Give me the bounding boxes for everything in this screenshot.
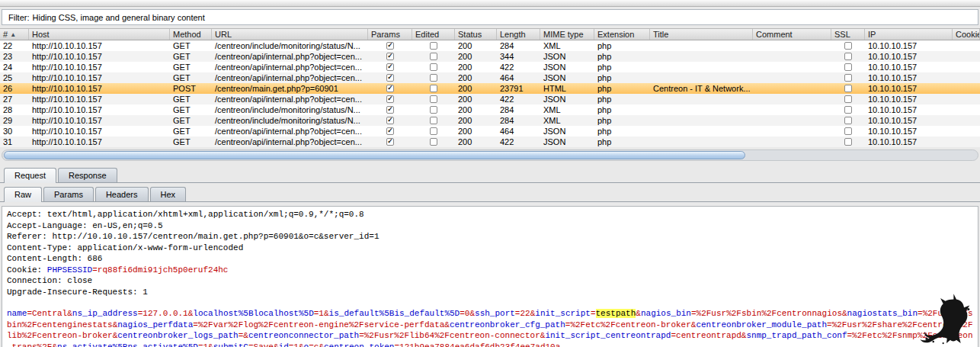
request-panel: RawParamsHeadersHex Accept: text/html,ap… xyxy=(0,183,980,347)
param-separator: & xyxy=(208,342,213,347)
cell-url: /centreon/api/internal.php?object=cen... xyxy=(212,51,368,62)
column-header-extension[interactable]: Extension xyxy=(594,29,650,40)
history-row-30[interactable]: 30http://10.10.10.157GET/centreon/api/in… xyxy=(0,126,980,137)
tab-hex[interactable]: Hex xyxy=(150,187,187,201)
param-separator: & xyxy=(636,309,641,318)
tab-request[interactable]: Request xyxy=(4,168,56,183)
column-header-ssl[interactable]: SSL xyxy=(831,29,865,40)
column-header-ip[interactable]: IP xyxy=(865,29,953,40)
column-header-status[interactable]: Status xyxy=(455,29,497,40)
edited-checkbox xyxy=(430,106,437,114)
cookie-name: PHPSESSID xyxy=(47,265,92,275)
cell-row-number: 22 xyxy=(0,40,29,51)
tab-headers[interactable]: Headers xyxy=(95,187,149,201)
cell-host: http://10.10.10.157 xyxy=(29,115,170,126)
history-row-24[interactable]: 24http://10.10.10.157GET/centreon/api/in… xyxy=(0,62,980,72)
history-row-31[interactable]: 31http://10.10.10.157GET/centreon/api/in… xyxy=(0,137,980,147)
params-checkbox xyxy=(386,63,394,71)
viewer-tabs: RequestResponse xyxy=(0,168,980,182)
cell-edited-checkbox xyxy=(412,42,455,50)
cell-length: 284 xyxy=(497,104,540,115)
cell-mime-type: XML xyxy=(540,104,594,115)
history-row-22[interactable]: 22http://10.10.10.157GET/centreon/includ… xyxy=(0,40,980,51)
column-header-host[interactable]: Host xyxy=(29,29,170,40)
column-header-label: IP xyxy=(868,30,876,39)
param-name: ssh_port xyxy=(475,309,515,318)
cell-url: /centreon/api/internal.php?object=cen... xyxy=(212,126,368,137)
column-header-title[interactable]: Title xyxy=(650,29,753,40)
cell-ssl-checkbox xyxy=(831,42,865,50)
filter-bar[interactable]: Filter: Hiding CSS, image and general bi… xyxy=(2,9,978,25)
request-editor[interactable]: Accept: text/html,application/xhtml+xml,… xyxy=(2,206,978,347)
cell-host: http://10.10.10.157 xyxy=(29,62,170,72)
request-header-line: Accept: text/html,application/xhtml+xml,… xyxy=(7,209,973,220)
cell-ssl-checkbox xyxy=(831,85,865,92)
cell-params-checkbox xyxy=(368,63,412,71)
param-separator: & xyxy=(842,309,847,318)
column-header-label: Params xyxy=(371,30,400,39)
history-row-27[interactable]: 27http://10.10.10.157GET/centreon/api/in… xyxy=(0,94,980,104)
cell-mime-type: JSON xyxy=(540,72,594,83)
column-header-#[interactable]: #▲ xyxy=(0,29,29,40)
column-header-comment[interactable]: Comment xyxy=(753,29,831,40)
column-header-params[interactable]: Params xyxy=(368,29,412,40)
history-row-28[interactable]: 28http://10.10.10.157GET/centreon/includ… xyxy=(0,104,980,115)
column-header-method[interactable]: Method xyxy=(170,29,212,40)
request-header-line: Referer: http://10.10.10.157/centreon/ma… xyxy=(7,231,973,243)
tab-params[interactable]: Params xyxy=(43,187,94,201)
cell-mime-type: JSON xyxy=(540,137,594,147)
param-equals: = xyxy=(691,309,697,318)
history-row-26[interactable]: 26http://10.10.10.157POST/centreon/main.… xyxy=(0,83,980,94)
cell-method: GET xyxy=(170,72,212,83)
cell-status: 200 xyxy=(455,40,497,51)
cell-host: http://10.10.10.157 xyxy=(29,126,170,137)
cell-url: /centreon/include/monitoring/status/N... xyxy=(212,115,368,126)
param-name: ns_ip_address xyxy=(72,309,138,318)
column-header-mime-type[interactable]: MIME type xyxy=(540,29,594,40)
ssl-checkbox xyxy=(844,127,852,135)
toolbar-strip xyxy=(0,0,980,7)
cell-method: GET xyxy=(170,104,212,115)
params-checkbox xyxy=(386,95,394,103)
column-header-length[interactable]: Length xyxy=(497,29,540,40)
column-header-cookie[interactable]: Cookie xyxy=(953,29,980,40)
param-name: name xyxy=(7,309,27,318)
cell-status: 200 xyxy=(455,51,497,62)
horizontal-scrollbar[interactable] xyxy=(2,149,978,161)
cell-mime-type: HTML xyxy=(540,83,594,94)
cell-length: 422 xyxy=(497,137,540,147)
params-checkbox xyxy=(386,74,394,82)
cell-ssl-checkbox xyxy=(831,95,865,103)
column-header-label: Method xyxy=(173,30,201,39)
param-equals: = xyxy=(591,309,596,318)
param-name: nagios_bin xyxy=(641,309,691,318)
cell-status: 200 xyxy=(455,72,497,83)
param-name: localhost%5Blocalhost%5D xyxy=(193,309,313,318)
cell-ip: 10.10.10.157 xyxy=(865,62,953,72)
history-header-row: #▲HostMethodURLParamsEditedStatusLengthM… xyxy=(0,28,980,40)
column-header-edited[interactable]: Edited xyxy=(412,29,455,40)
tab-raw[interactable]: Raw xyxy=(4,187,42,202)
params-checkbox xyxy=(386,117,394,124)
cell-extension: php xyxy=(594,51,650,62)
cell-length: 422 xyxy=(497,62,540,72)
ssl-checkbox xyxy=(844,53,852,60)
history-rows: 22http://10.10.10.157GET/centreon/includ… xyxy=(0,40,980,147)
history-row-29[interactable]: 29http://10.10.10.157GET/centreon/includ… xyxy=(0,115,980,126)
cell-ssl-checkbox xyxy=(831,106,865,114)
tab-response[interactable]: Response xyxy=(58,168,117,182)
cell-extension: php xyxy=(594,115,650,126)
cell-ssl-checkbox xyxy=(831,117,865,124)
history-row-23[interactable]: 23http://10.10.10.157GET/centreon/api/in… xyxy=(0,51,980,62)
cell-host: http://10.10.10.157 xyxy=(29,94,170,104)
cell-row-number: 31 xyxy=(0,137,29,147)
cell-extension: php xyxy=(594,137,650,147)
cell-method: GET xyxy=(170,62,212,72)
param-value: 1 xyxy=(319,309,324,318)
cell-row-number: 24 xyxy=(0,62,29,72)
request-headers: Accept: text/html,application/xhtml+xml,… xyxy=(7,209,973,297)
horizontal-scrollbar-thumb[interactable] xyxy=(4,151,745,159)
column-header-url[interactable]: URL xyxy=(212,29,368,40)
history-row-25[interactable]: 25http://10.10.10.157GET/centreon/api/in… xyxy=(0,72,980,83)
cell-ip: 10.10.10.157 xyxy=(865,115,953,126)
